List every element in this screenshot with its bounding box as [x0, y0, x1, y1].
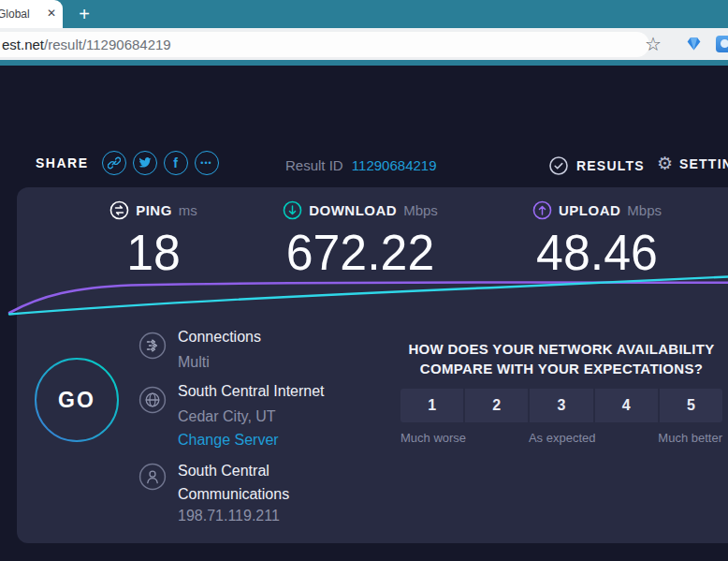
change-server-link[interactable]: Change Server — [178, 432, 279, 449]
share-twitter-button[interactable] — [133, 151, 157, 175]
address-bar: est.net/result/11290684219 ☆ — [0, 28, 728, 60]
rating-button-3[interactable]: 3 — [530, 389, 592, 422]
browser-accent-bar — [0, 60, 728, 66]
result-id: Result ID 11290684219 — [285, 157, 437, 173]
ping-icon — [109, 200, 129, 220]
connections-value: Multi — [178, 354, 210, 371]
browser-tab[interactable]: Global ✕ — [0, 0, 63, 28]
availability-survey: HOW DOES YOUR NETWORK AVAILABILITY COMPA… — [400, 339, 722, 445]
server-name: South Central Internet — [178, 383, 325, 400]
bookmark-star-icon[interactable]: ☆ — [645, 33, 662, 55]
twitter-icon — [138, 157, 152, 169]
ping-header: PING ms — [79, 200, 228, 220]
survey-question: HOW DOES YOUR NETWORK AVAILABILITY COMPA… — [400, 339, 722, 378]
upload-arrow-icon — [532, 200, 552, 220]
facebook-icon: f — [173, 156, 178, 170]
share-facebook-button[interactable]: f — [164, 151, 188, 175]
share-label: SHARE — [36, 155, 89, 170]
screenshot-root: { "browser": { "tab_title": "Global", "u… — [0, 0, 728, 561]
new-tab-button[interactable]: + — [71, 2, 97, 26]
connections-icon — [138, 332, 167, 360]
close-tab-icon[interactable]: ✕ — [47, 7, 56, 20]
rating-button-2[interactable]: 2 — [465, 389, 528, 422]
user-icon — [138, 463, 167, 491]
tab-strip: Global ✕ + — [0, 0, 728, 28]
url-domain: est.net — [2, 37, 44, 52]
gear-icon: ⚙ — [657, 155, 673, 173]
share-more-button[interactable]: ••• — [195, 151, 219, 175]
ping-unit: ms — [179, 202, 197, 218]
speed-graph — [0, 270, 728, 322]
ping-label: PING — [136, 202, 172, 218]
result-id-value[interactable]: 11290684219 — [352, 157, 437, 173]
nav-settings[interactable]: ⚙ SETTINGS — [657, 155, 728, 173]
tab-title: Global — [0, 7, 36, 21]
scale-label-worse: Much worse — [400, 431, 466, 445]
url-input[interactable]: est.net/result/11290684219 — [0, 32, 649, 57]
upload-unit: Mbps — [627, 202, 662, 218]
connections-title: Connections — [178, 329, 261, 346]
isp-name: South Central Communications — [178, 459, 337, 506]
extension-gem-icon[interactable] — [686, 36, 702, 52]
rating-buttons: 1 2 3 4 5 — [400, 389, 722, 422]
go-button[interactable]: GO — [34, 357, 120, 443]
graph-purple-line — [9, 283, 728, 313]
rating-button-1[interactable]: 1 — [400, 389, 463, 422]
server-location: Cedar City, UT — [178, 408, 276, 425]
rating-button-5[interactable]: 5 — [660, 389, 722, 422]
survey-question-line2: COMPARE WITH YOUR EXPECTATIONS? — [400, 359, 722, 378]
rating-button-4[interactable]: 4 — [595, 389, 658, 422]
scale-label-better: Much better — [658, 431, 722, 445]
partial-extension-icon[interactable] — [716, 36, 728, 52]
url-path: /result/11290684219 — [44, 37, 171, 52]
globe-icon — [138, 386, 167, 414]
survey-question-line1: HOW DOES YOUR NETWORK AVAILABILITY — [400, 339, 722, 359]
settings-label: SETTINGS — [679, 156, 728, 171]
share-group: SHARE f ••• — [36, 151, 219, 175]
go-label: GO — [34, 357, 120, 443]
upload-label: UPLOAD — [559, 202, 620, 218]
result-id-label: Result ID — [285, 157, 343, 173]
rating-scale-labels: Much worse As expected Much better — [400, 431, 722, 445]
download-label: DOWNLOAD — [309, 202, 397, 218]
ellipsis-icon: ••• — [200, 159, 211, 168]
download-arrow-icon — [283, 200, 302, 220]
extension-icon-dot — [721, 39, 728, 48]
download-unit: Mbps — [403, 202, 438, 218]
scale-label-expected: As expected — [529, 431, 596, 445]
nav-results[interactable]: RESULTS — [548, 155, 645, 176]
upload-header: UPLOAD Mbps — [513, 200, 681, 220]
ip-address: 198.71.119.211 — [178, 508, 280, 524]
share-link-button[interactable] — [102, 151, 126, 175]
download-header: DOWNLOAD Mbps — [271, 200, 449, 220]
results-label: RESULTS — [576, 158, 645, 173]
check-circle-icon — [548, 155, 569, 176]
link-icon — [108, 156, 121, 170]
